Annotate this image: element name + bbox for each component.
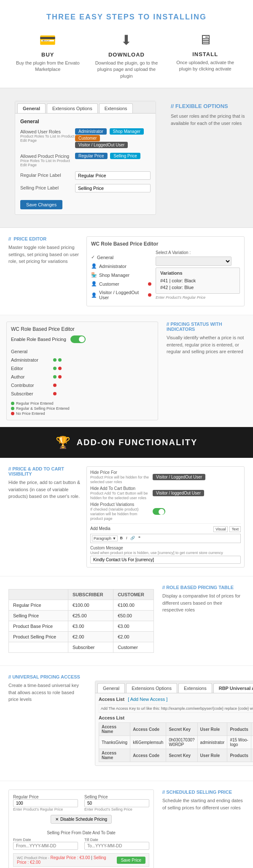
selling-price-field[interactable] [84, 799, 149, 807]
install-desc: Once uploaded, activate the plugin by cl… [172, 59, 239, 73]
custom-message-input[interactable] [90, 556, 241, 564]
variation-select[interactable] [156, 257, 231, 266]
tab-general[interactable]: General [17, 103, 46, 113]
regular-price-label-row: Regular Price Label [20, 171, 151, 180]
visitor-icon: 👤 [91, 292, 97, 298]
to-date-section: Till Date [84, 837, 149, 850]
row-cust-4: €2.00 [113, 632, 154, 642]
italic-btn[interactable]: I [125, 535, 129, 541]
to-date-input[interactable] [84, 842, 149, 850]
link-btn[interactable]: 🔗 [129, 535, 136, 541]
pricing-table: SUBSCRIBER CUSTOMER Regular Price €100.0… [8, 589, 154, 653]
tab-u-ext-options[interactable]: Extensions Options [126, 683, 177, 693]
save-price-button[interactable]: Save Price [117, 857, 145, 864]
tab-u-ext[interactable]: Extensions [178, 683, 212, 693]
role-general-status: General [11, 347, 153, 356]
price-bar-text: WC Product Price - Regular Price : €3.00… [17, 855, 113, 865]
access-products-1: #15 Woo-logo [227, 736, 251, 749]
footer-customer: Customer [113, 642, 154, 653]
price-editor-desc: Master toggle role based pricing setting… [8, 244, 80, 265]
table-row: Regular Price €100.00 €100.00 [9, 600, 154, 611]
badge-selling-price: Selling Price [110, 153, 140, 159]
regular-price-input[interactable] [75, 171, 151, 180]
allowed-user-roles-label: Allowed User Roles Product Roles To List… [20, 128, 75, 143]
th-name: Access Name [99, 723, 130, 736]
access-code-1: kl6Gemplemsuh [130, 736, 166, 749]
selling-from-to-label: Selling Price From Date And To Date [13, 830, 149, 835]
enable-toggle[interactable] [70, 335, 86, 343]
tf-name: Access Name [99, 749, 130, 762]
tab-extensions-options[interactable]: Extensions Options [47, 103, 98, 113]
legend-red [11, 412, 14, 415]
customer-dot [148, 282, 151, 286]
step-download: ⬇ DOWNLOAD Download the plugin, go to th… [93, 32, 160, 79]
legend-green-1 [11, 402, 14, 405]
buy-desc: Buy the plugin from the Envato Marketpla… [14, 60, 81, 73]
step-install: 🖥 INSTALL Once uploaded, activate the pl… [172, 32, 239, 73]
role-editor-status: Editor [11, 364, 153, 373]
role-list: ✓ General 👤 Administrator 🏪 Shop Manager [91, 253, 151, 302]
hide-variations-label: Hide Product VariationsIf checked (Varia… [90, 502, 149, 521]
schedule-mockup: Regular Price Enter Product's Regular Pr… [8, 790, 154, 868]
regular-price-field[interactable] [13, 799, 78, 807]
paragraph-select[interactable]: Paragraph ▼ [92, 535, 118, 541]
add-new-access-link[interactable]: [ Add New Access ] [128, 697, 167, 702]
role-contributor-status: Contributor [11, 381, 153, 389]
visual-tab[interactable]: Visual [213, 526, 228, 532]
variations-box: Variations #41 | color: Black #42 | colo… [156, 268, 240, 294]
hide-cart-row: Hide Add To Cart ButtonProduct Add To Ca… [90, 486, 241, 500]
subscriber-dot [53, 392, 57, 395]
role-visitor: 👤 Visitor / LoggedOut User [91, 288, 151, 302]
tf-role: User Role [197, 749, 227, 762]
selling-price-input[interactable] [75, 184, 151, 192]
quote-btn[interactable]: ❝ [137, 535, 142, 541]
editor-toolbar: Paragraph ▼ B I 🔗 ❝ [90, 534, 241, 543]
legend-green-2 [11, 407, 14, 410]
regular-price-hint: Enter Product's Regular Price [13, 807, 78, 811]
wc-full-title: WC Role Based Price Editor [11, 326, 153, 332]
visual-text-tabs: Visual Text [213, 526, 241, 532]
download-icon: ⬇ [93, 32, 160, 48]
hide-variations-toggle[interactable] [153, 508, 165, 515]
th-code: Access Code [130, 723, 166, 736]
text-tab[interactable]: Text [229, 526, 241, 532]
editor-dot-1 [53, 367, 57, 370]
from-date-input[interactable] [13, 842, 78, 850]
x-icon: ✕ [55, 817, 59, 822]
th-role: User Role [197, 723, 227, 736]
access-role-1: administrator [197, 736, 227, 749]
tf-products: Products [227, 749, 251, 762]
row-cust-3: €3.00 [113, 621, 154, 632]
legend-none: No Price Entered [11, 411, 153, 416]
tab-extensions[interactable]: Extensions [99, 103, 133, 113]
tab-u-general[interactable]: General [97, 683, 125, 693]
universal-label: // UNIVERSAL PRICING ACCESS [8, 674, 80, 679]
tab-u-rbp[interactable]: RBP Universal Access [213, 683, 253, 693]
variation-2: #42 | color: Blue [160, 284, 235, 291]
visibility-label: // PRICE & ADD TO CART VISIBILITY [8, 466, 80, 476]
col-customer: CUSTOMER [113, 589, 154, 600]
tf-hide-cart: Hide Cart [251, 749, 253, 762]
date-range-row: From Date Till Date [13, 837, 149, 850]
install-title: INSTALL [172, 51, 239, 57]
row-label-2: Selling Price [9, 611, 68, 621]
table-row: Selling Price €25.00 €50.00 [9, 611, 154, 621]
save-changes-button[interactable]: Save Changes [20, 200, 62, 209]
from-date-section: From Date [13, 837, 78, 850]
role-pricing-label: // ROLE BASED PRICING TABLE [162, 585, 245, 590]
editor-dot-2 [58, 367, 62, 370]
col-label [9, 589, 68, 600]
selling-price-hint: Enter Product's Selling Price [84, 807, 149, 811]
visibility-desc: Hide the price, add to cart button & var… [8, 479, 80, 500]
th-hide-cart: Hide Cart [251, 723, 253, 736]
price-bar: WC Product Price - Regular Price : €3.00… [13, 853, 149, 867]
bold-btn[interactable]: B [118, 535, 124, 541]
admin-dot-1 [53, 358, 57, 362]
flexible-options-label: // FLEXIBLE OPTIONS [171, 103, 247, 109]
disable-schedule-btn[interactable]: ✕ Disable Schedule Pricing [51, 815, 112, 824]
badge-visitor: Visitor / LoggedOut User [75, 142, 128, 148]
flexible-options-desc: Set user roles and the pricing that is a… [171, 113, 247, 127]
to-label: Till Date [84, 838, 98, 842]
role-author-status: Author [11, 373, 153, 381]
pricing-badges: Regular Price Selling Price [75, 152, 151, 159]
